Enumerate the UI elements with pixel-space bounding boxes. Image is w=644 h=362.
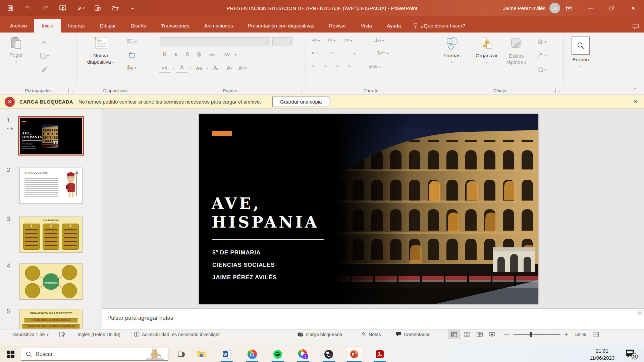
notes-toggle[interactable]: Notas (361, 332, 381, 337)
upload-blocked-icon (297, 332, 304, 337)
slide-thumbnail-panel: 1 ✶★ AVE,HISPANIA 5º DE PRIMARIACIENCIAS… (0, 109, 102, 329)
upload-blocked-banner: ✕ CARGA BLOQUEADA No hemos podido verifi… (0, 95, 644, 109)
slide-thumbnail-4[interactable]: CONTENIDOS (19, 263, 83, 300)
spotify-icon[interactable] (270, 346, 286, 362)
tab-ayuda[interactable]: Ayuda (379, 19, 408, 33)
share-comment-icon[interactable] (632, 23, 639, 30)
screenshot-tool-icon[interactable] (93, 4, 102, 12)
zoom-level[interactable]: 53 % (575, 332, 586, 337)
save-icon[interactable] (6, 4, 15, 12)
status-bar: Diapositiva 1 de 7 Inglés (Reino Unido) … (0, 329, 644, 339)
italic-icon: K (170, 50, 182, 59)
zoom-slider-handle[interactable] (530, 332, 532, 337)
justify-icon: ≡ (347, 63, 351, 70)
minimize-button[interactable]: — (580, 0, 601, 16)
tell-me-box[interactable]: ¿Qué desea hacer? (408, 19, 470, 33)
tab-presentacion[interactable]: Presentación con diapositivas (240, 19, 322, 33)
slide-title-line1[interactable]: AVE, (212, 194, 261, 213)
slide-canvas[interactable]: AVE, HISPANIA 5º DE PRIMARIA CIENCIAS SO… (199, 114, 538, 304)
fit-slide-button[interactable] (593, 332, 599, 337)
obs-icon[interactable] (321, 346, 337, 362)
customize-qat-icon[interactable] (128, 4, 137, 12)
slide-counter[interactable]: Diapositiva 1 de 7 (11, 332, 49, 337)
slide-subtitle-3[interactable]: JAIME PÉREZ AVILÉS (212, 274, 277, 281)
tab-inicio[interactable]: Inicio (34, 19, 61, 33)
task-view-button[interactable] (173, 346, 189, 362)
group-label-paragraph: Párrafo (306, 88, 436, 93)
arrange-button[interactable]: Organizar ▾ (476, 37, 498, 64)
word-icon[interactable]: W (219, 346, 235, 362)
slide-thumbnail-3[interactable]: OBJETIVOS 1 2 3 (19, 217, 83, 253)
collapse-ribbon-icon[interactable]: ⌃ (633, 87, 637, 92)
paragraph-dialog-launcher[interactable] (428, 88, 433, 93)
tab-archivo[interactable]: Archivo (3, 19, 34, 33)
thumb-number-2: 2 (7, 166, 10, 174)
tab-dibujar[interactable]: Dibujar (93, 19, 123, 33)
comments-toggle[interactable]: Comentarios (396, 332, 430, 337)
slide-subtitle-1[interactable]: 5º DE PRIMARIA (212, 249, 261, 256)
shapes-button[interactable]: Formas ▾ (443, 37, 461, 64)
clipboard-dialog-launcher[interactable] (68, 88, 73, 93)
drawing-dialog-launcher[interactable] (555, 88, 560, 93)
close-button[interactable]: ✕ (623, 0, 644, 16)
pen-input-icon[interactable]: ▾ (76, 4, 85, 12)
account-area[interactable]: Jaime Pérez Avilés JP (503, 0, 560, 16)
thumb-number-1: 1 (7, 117, 10, 124)
tab-transiciones[interactable]: Transiciones (154, 19, 197, 33)
dismiss-warning-icon[interactable]: ✕ (634, 99, 638, 105)
smartart-convert-icon: ⊞▤ ▾ (368, 63, 381, 70)
tab-diseno[interactable]: Diseño (123, 19, 154, 33)
notes-pane[interactable]: Pulsar para agregar notas ▲ (102, 308, 644, 329)
roman-soldier-image (62, 170, 80, 201)
taskbar-search-box[interactable]: Buscar (21, 348, 168, 361)
file-explorer-icon[interactable] (193, 346, 209, 362)
warning-message-link[interactable]: No hemos podido verificar si tiene los p… (78, 99, 261, 105)
slide-thumbnail-2[interactable]: INTRODUCCIÓN (19, 168, 83, 204)
restore-button[interactable] (601, 0, 623, 16)
powerpoint-window: ▾ PRESENTACIÓN SITUACIÓN DE APRENDIZAJE … (0, 0, 644, 362)
search-highlight-cat-image[interactable] (145, 348, 165, 360)
chrome-icon[interactable] (244, 346, 260, 362)
strikethrough-icon: abe (205, 50, 219, 59)
zoom-in-button[interactable]: + (565, 331, 568, 338)
tab-vista[interactable]: Vista (354, 19, 379, 33)
bullets-icon: •≡ ▾ (312, 37, 320, 43)
language-status[interactable]: Inglés (Reino Unido) (77, 332, 120, 337)
font-dialog-launcher[interactable] (298, 88, 303, 93)
tab-insertar[interactable]: Insertar (61, 19, 93, 33)
tab-animaciones[interactable]: Animaciones (197, 19, 240, 33)
zoom-out-button[interactable]: — (504, 331, 509, 338)
editing-button[interactable]: Edición ▾ (572, 37, 590, 68)
start-slideshow-icon[interactable] (58, 4, 67, 12)
start-button[interactable] (3, 346, 19, 362)
display-settings-icon[interactable] (59, 332, 65, 337)
chrome-profile-icon[interactable]: J (295, 346, 311, 362)
slide-thumbnail-1[interactable]: AVE,HISPANIA 5º DE PRIMARIACIENCIAS SOCI… (19, 117, 83, 154)
section-icon: ▾ (127, 63, 137, 72)
ribbon-display-options-icon[interactable] (558, 0, 580, 16)
notes-scroll-up-icon[interactable]: ▲ (637, 310, 643, 315)
new-slide-button[interactable]: Nueva diapositiva ▾ (87, 36, 114, 66)
notification-center-icon[interactable]: 21 (625, 349, 638, 360)
tab-revisar[interactable]: Revisar (322, 19, 354, 33)
zoom-slider[interactable] (514, 334, 560, 335)
upload-blocked-status[interactable]: Carga bloqueada (297, 332, 342, 337)
slide-title-line2[interactable]: HISPANIA (212, 213, 319, 231)
normal-view-button[interactable] (448, 329, 461, 340)
slide-layout-icon: ▾ (127, 37, 137, 46)
underline-icon: S (182, 50, 193, 59)
slide-sorter-view-button[interactable] (461, 329, 473, 340)
acrobat-icon[interactable] (372, 346, 388, 362)
accent-bar (212, 131, 232, 136)
slide-thumbnail-5[interactable]: ORGANIZACIÓN PARA EL PROYECTO 1º NOS ORG… (19, 309, 83, 329)
slide-subtitle-2[interactable]: CIENCIAS SOCIALES (212, 262, 275, 268)
slideshow-view-button[interactable] (486, 329, 499, 340)
save-a-copy-button[interactable]: Guardar una copia (272, 97, 329, 107)
notes-placeholder[interactable]: Pulsar para agregar notas (107, 315, 173, 321)
powerpoint-icon[interactable]: P (346, 346, 362, 362)
open-folder-icon[interactable] (111, 4, 119, 12)
reading-view-button[interactable] (473, 329, 486, 340)
accessibility-status[interactable]: Accesibilidad: es necesario investigar (134, 331, 220, 337)
clock[interactable]: 21:01 11/06/2023 (590, 347, 614, 361)
group-paragraph: •≡ ▾ ¹≡ ▾ ↕≡ ▾ ⇊A ▾ ⇤≡ ⇥≡ ≡≡ ▾ ⇅▭ ▾ ≡ ≡ … (306, 33, 436, 95)
